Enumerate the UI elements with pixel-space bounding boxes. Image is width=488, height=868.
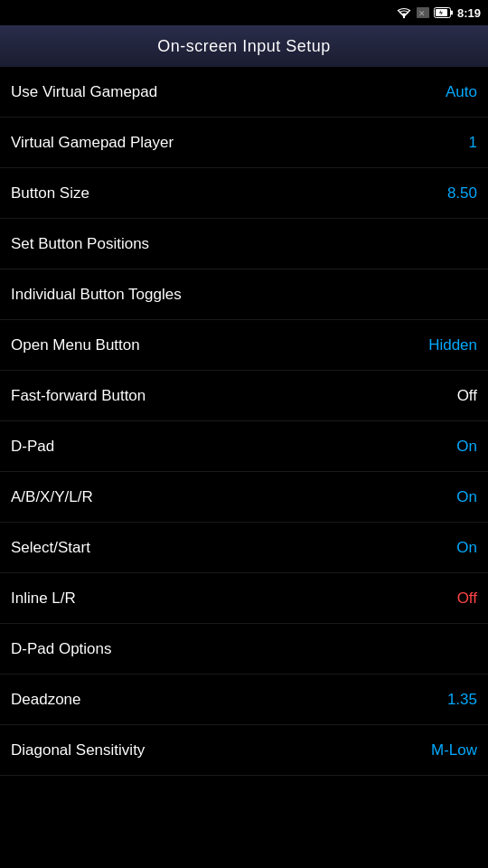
svg-text:✕: ✕ (418, 9, 426, 18)
settings-list: Use Virtual GamepadAutoVirtual Gamepad P… (0, 67, 488, 776)
row-label-diagonal-sensitivity: Diagonal Sensitivity (11, 741, 145, 760)
row-label-individual-button-toggles: Individual Button Toggles (11, 286, 182, 304)
row-label-button-size: Button Size (11, 184, 89, 203)
row-label-select-start: Select/Start (11, 539, 90, 557)
settings-row-deadzone[interactable]: Deadzone1.35 (0, 675, 488, 725)
row-value-abxylr: On (456, 488, 477, 506)
settings-row-set-button-positions[interactable]: Set Button Positions (0, 219, 488, 269)
settings-row-inline-lr[interactable]: Inline L/ROff (0, 573, 488, 624)
settings-row-select-start[interactable]: Select/StartOn (0, 523, 488, 573)
status-time: 8:19 (457, 6, 481, 20)
row-value-select-start: On (456, 539, 477, 557)
settings-row-use-virtual-gamepad[interactable]: Use Virtual GamepadAuto (0, 67, 488, 118)
settings-row-abxylr[interactable]: A/B/X/Y/L/ROn (0, 472, 488, 523)
row-value-fast-forward-button: Off (457, 387, 477, 405)
page-header: On-screen Input Setup (0, 25, 488, 67)
row-label-abxylr: A/B/X/Y/L/R (11, 488, 93, 506)
row-value-d-pad: On (456, 438, 477, 456)
row-label-inline-lr: Inline L/R (11, 590, 76, 608)
settings-row-virtual-gamepad-player[interactable]: Virtual Gamepad Player1 (0, 118, 488, 168)
settings-row-button-size[interactable]: Button Size8.50 (0, 168, 488, 219)
row-label-fast-forward-button: Fast-forward Button (11, 387, 145, 405)
row-value-diagonal-sensitivity: M-Low (431, 741, 477, 760)
page-title: On-screen Input Setup (157, 37, 331, 56)
status-icons: ✕ 8:19 (396, 6, 481, 20)
settings-row-individual-button-toggles[interactable]: Individual Button Toggles (0, 269, 488, 320)
row-value-deadzone: 1.35 (447, 691, 477, 709)
settings-row-fast-forward-button[interactable]: Fast-forward ButtonOff (0, 371, 488, 421)
settings-row-open-menu-button[interactable]: Open Menu ButtonHidden (0, 320, 488, 371)
row-value-button-size: 8.50 (447, 184, 477, 203)
status-bar: ✕ 8:19 (0, 0, 488, 25)
svg-point-0 (403, 16, 405, 18)
row-value-inline-lr: Off (457, 590, 477, 608)
settings-row-d-pad-options[interactable]: D-Pad Options (0, 624, 488, 675)
settings-row-diagonal-sensitivity[interactable]: Diagonal SensitivityM-Low (0, 725, 488, 776)
row-label-virtual-gamepad-player: Virtual Gamepad Player (11, 134, 174, 152)
row-value-virtual-gamepad-player: 1 (469, 134, 477, 152)
battery-icon (434, 7, 454, 18)
row-value-use-virtual-gamepad: Auto (446, 83, 477, 101)
row-label-deadzone: Deadzone (11, 691, 81, 709)
row-label-d-pad-options: D-Pad Options (11, 640, 112, 658)
settings-row-d-pad[interactable]: D-PadOn (0, 421, 488, 472)
signal-icon: ✕ (416, 6, 430, 19)
row-value-open-menu-button: Hidden (428, 336, 477, 354)
wifi-icon (396, 6, 412, 19)
row-label-set-button-positions: Set Button Positions (11, 235, 149, 253)
row-label-d-pad: D-Pad (11, 438, 54, 456)
row-label-use-virtual-gamepad: Use Virtual Gamepad (11, 83, 157, 101)
row-label-open-menu-button: Open Menu Button (11, 336, 140, 354)
svg-rect-4 (451, 11, 453, 15)
